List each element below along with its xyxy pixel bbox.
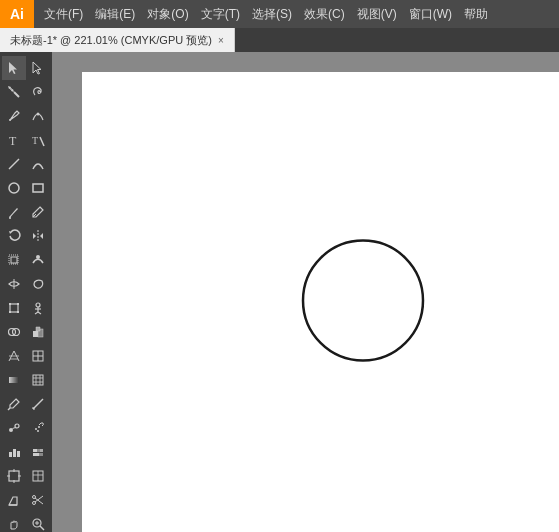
svg-rect-62 bbox=[33, 449, 37, 452]
menu-file[interactable]: 文件(F) bbox=[38, 0, 89, 28]
svg-point-57 bbox=[38, 426, 40, 428]
svg-rect-18 bbox=[11, 257, 17, 263]
eyedropper-tool[interactable] bbox=[2, 392, 26, 416]
direct-selection-tool[interactable] bbox=[26, 56, 50, 80]
circle-object[interactable] bbox=[293, 231, 433, 374]
tool-row-perspective bbox=[0, 344, 52, 368]
stacked-bar-tool[interactable] bbox=[26, 440, 50, 464]
svg-line-50 bbox=[33, 399, 43, 409]
menu-select[interactable]: 选择(S) bbox=[246, 0, 298, 28]
mesh-gradient-tool[interactable] bbox=[26, 368, 50, 392]
rectangle-tool[interactable] bbox=[26, 176, 50, 200]
tool-row-shapebuilder bbox=[0, 320, 52, 344]
svg-line-81 bbox=[40, 526, 44, 530]
rotate-tool[interactable] bbox=[2, 224, 26, 248]
tool-row-pen bbox=[0, 104, 52, 128]
tool-row-hand bbox=[0, 512, 52, 532]
column-graph-tool[interactable] bbox=[2, 440, 26, 464]
eraser-tool[interactable] bbox=[2, 488, 26, 512]
svg-point-20 bbox=[36, 255, 40, 259]
title-bar: Ai 文件(F) 编辑(E) 对象(O) 文字(T) 选择(S) 效果(C) 视… bbox=[0, 0, 559, 28]
tool-row-eyedropper bbox=[0, 392, 52, 416]
svg-line-30 bbox=[35, 312, 38, 314]
tool-row-selection bbox=[0, 56, 52, 80]
tool-row-transform bbox=[0, 296, 52, 320]
curvature-tool[interactable] bbox=[26, 104, 50, 128]
perspective-grid-tool[interactable] bbox=[2, 344, 26, 368]
artboard-tool[interactable] bbox=[2, 464, 26, 488]
svg-text:T: T bbox=[32, 135, 38, 146]
svg-marker-1 bbox=[33, 62, 41, 74]
reshape-tool[interactable] bbox=[26, 248, 50, 272]
svg-line-8 bbox=[40, 137, 44, 146]
mesh-tool[interactable] bbox=[26, 344, 50, 368]
gradient-tool[interactable] bbox=[2, 368, 26, 392]
pencil-tool[interactable] bbox=[26, 200, 50, 224]
svg-rect-24 bbox=[17, 303, 19, 305]
svg-marker-3 bbox=[8, 86, 14, 92]
width-tool[interactable] bbox=[2, 272, 26, 296]
svg-rect-60 bbox=[13, 449, 16, 457]
menu-help[interactable]: 帮助 bbox=[458, 0, 494, 28]
menu-view[interactable]: 视图(V) bbox=[351, 0, 403, 28]
svg-rect-59 bbox=[9, 452, 12, 457]
svg-rect-22 bbox=[10, 304, 18, 312]
tool-row-eraser bbox=[0, 488, 52, 512]
svg-marker-0 bbox=[9, 62, 17, 74]
svg-point-27 bbox=[36, 303, 40, 307]
scissors-tool[interactable] bbox=[26, 488, 50, 512]
blend-tool[interactable] bbox=[2, 416, 26, 440]
svg-rect-26 bbox=[17, 311, 19, 313]
paintbrush-tool[interactable] bbox=[2, 200, 26, 224]
svg-point-91 bbox=[303, 241, 423, 361]
svg-line-31 bbox=[38, 312, 41, 314]
main-area: T T bbox=[0, 52, 559, 532]
scale-tool[interactable] bbox=[2, 248, 26, 272]
menu-effect[interactable]: 效果(C) bbox=[298, 0, 351, 28]
tool-row-blend bbox=[0, 416, 52, 440]
svg-rect-66 bbox=[39, 453, 43, 456]
svg-point-56 bbox=[35, 428, 37, 430]
line-tool[interactable] bbox=[2, 152, 26, 176]
reflect-tool[interactable] bbox=[26, 224, 50, 248]
svg-rect-64 bbox=[40, 449, 43, 452]
menu-object[interactable]: 对象(O) bbox=[141, 0, 194, 28]
measure-tool[interactable] bbox=[26, 392, 50, 416]
svg-point-54 bbox=[15, 424, 19, 428]
free-transform-tool[interactable] bbox=[2, 296, 26, 320]
slice-tool[interactable] bbox=[26, 464, 50, 488]
ellipse-tool[interactable] bbox=[2, 176, 26, 200]
menu-edit[interactable]: 编辑(E) bbox=[89, 0, 141, 28]
svg-point-4 bbox=[9, 119, 11, 121]
menu-window[interactable]: 窗口(W) bbox=[403, 0, 458, 28]
svg-line-55 bbox=[13, 428, 16, 429]
menu-type[interactable]: 文字(T) bbox=[195, 0, 246, 28]
type-tool[interactable]: T bbox=[2, 128, 26, 152]
tool-row-shape bbox=[0, 176, 52, 200]
magic-wand-tool[interactable] bbox=[2, 80, 26, 104]
touch-type-tool[interactable]: T bbox=[26, 128, 50, 152]
zoom-tool[interactable] bbox=[26, 512, 50, 532]
arc-tool[interactable] bbox=[26, 152, 50, 176]
svg-rect-61 bbox=[17, 451, 20, 457]
tool-row-wand bbox=[0, 80, 52, 104]
hand-tool[interactable] bbox=[2, 512, 26, 532]
active-tab[interactable]: 未标题-1* @ 221.01% (CMYK/GPU 预览) × bbox=[0, 28, 235, 52]
warp-tool[interactable] bbox=[26, 272, 50, 296]
svg-rect-34 bbox=[33, 331, 38, 337]
symbol-sprayer-tool[interactable] bbox=[26, 416, 50, 440]
pen-tool[interactable] bbox=[2, 104, 26, 128]
puppet-warp-tool[interactable] bbox=[26, 296, 50, 320]
svg-line-49 bbox=[8, 408, 10, 410]
selection-tool[interactable] bbox=[2, 56, 26, 80]
app-logo: Ai bbox=[0, 0, 34, 28]
svg-rect-65 bbox=[33, 453, 39, 456]
svg-rect-11 bbox=[33, 184, 43, 192]
svg-point-53 bbox=[9, 428, 13, 432]
live-paint-tool[interactable] bbox=[26, 320, 50, 344]
lasso-tool[interactable] bbox=[26, 80, 50, 104]
tab-close-button[interactable]: × bbox=[218, 35, 224, 46]
artboard[interactable] bbox=[82, 72, 559, 532]
tool-row-scale bbox=[0, 248, 52, 272]
shape-builder-tool[interactable] bbox=[2, 320, 26, 344]
